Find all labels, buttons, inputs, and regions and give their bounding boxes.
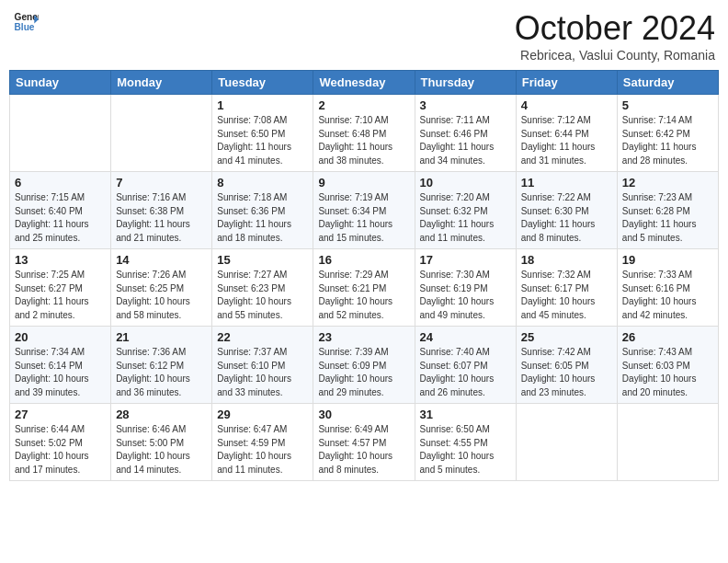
day-number: 28 <box>116 408 207 421</box>
calendar-cell: 22Sunrise: 7:37 AMSunset: 6:10 PMDayligh… <box>212 327 313 404</box>
cell-details: Sunrise: 7:25 AMSunset: 6:27 PMDaylight:… <box>15 269 106 322</box>
day-header-wednesday: Wednesday <box>313 71 415 95</box>
calendar-cell: 27Sunrise: 6:44 AMSunset: 5:02 PMDayligh… <box>10 404 111 481</box>
calendar-cell: 15Sunrise: 7:27 AMSunset: 6:23 PMDayligh… <box>212 249 313 327</box>
calendar-cell: 3Sunrise: 7:11 AMSunset: 6:46 PMDaylight… <box>415 95 516 172</box>
calendar-cell: 31Sunrise: 6:50 AMSunset: 4:55 PMDayligh… <box>415 404 516 481</box>
cell-details: Sunrise: 6:44 AMSunset: 5:02 PMDaylight:… <box>15 423 106 477</box>
calendar-cell: 23Sunrise: 7:39 AMSunset: 6:09 PMDayligh… <box>313 327 415 404</box>
cell-details: Sunrise: 7:19 AMSunset: 6:34 PMDaylight:… <box>318 191 409 245</box>
day-number: 17 <box>420 253 511 267</box>
day-number: 4 <box>521 98 612 112</box>
cell-details: Sunrise: 7:18 AMSunset: 6:36 PMDaylight:… <box>217 191 308 245</box>
calendar-cell: 16Sunrise: 7:29 AMSunset: 6:21 PMDayligh… <box>313 249 415 327</box>
calendar-cell <box>617 404 718 481</box>
day-number: 22 <box>217 330 308 344</box>
calendar-cell <box>10 95 111 172</box>
day-number: 16 <box>318 253 409 267</box>
calendar-cell: 25Sunrise: 7:42 AMSunset: 6:05 PMDayligh… <box>516 327 617 404</box>
calendar-cell: 11Sunrise: 7:22 AMSunset: 6:30 PMDayligh… <box>516 172 617 249</box>
calendar-cell: 7Sunrise: 7:16 AMSunset: 6:38 PMDaylight… <box>111 172 212 249</box>
cell-details: Sunrise: 7:08 AMSunset: 6:50 PMDaylight:… <box>217 114 308 167</box>
cell-details: Sunrise: 7:20 AMSunset: 6:32 PMDaylight:… <box>420 191 511 245</box>
calendar-cell: 2Sunrise: 7:10 AMSunset: 6:48 PMDaylight… <box>313 95 415 172</box>
calendar-table: SundayMondayTuesdayWednesdayThursdayFrid… <box>9 70 719 481</box>
day-number: 1 <box>217 98 308 112</box>
cell-details: Sunrise: 7:33 AMSunset: 6:16 PMDaylight:… <box>622 269 713 322</box>
day-header-friday: Friday <box>516 71 617 95</box>
day-number: 21 <box>116 330 207 344</box>
calendar-week-row: 6Sunrise: 7:15 AMSunset: 6:40 PMDaylight… <box>10 172 719 249</box>
calendar-cell <box>516 404 617 481</box>
location-subtitle: Rebricea, Vaslui County, Romania <box>515 48 715 63</box>
day-number: 14 <box>116 253 207 267</box>
day-number: 10 <box>420 176 511 190</box>
cell-details: Sunrise: 7:10 AMSunset: 6:48 PMDaylight:… <box>318 114 409 167</box>
cell-details: Sunrise: 6:47 AMSunset: 4:59 PMDaylight:… <box>217 423 308 477</box>
day-number: 27 <box>15 408 106 421</box>
calendar-week-row: 20Sunrise: 7:34 AMSunset: 6:14 PMDayligh… <box>10 327 719 404</box>
day-number: 23 <box>318 330 409 344</box>
day-number: 6 <box>15 176 106 190</box>
day-number: 8 <box>217 176 308 190</box>
cell-details: Sunrise: 7:11 AMSunset: 6:46 PMDaylight:… <box>420 114 511 167</box>
calendar-cell: 12Sunrise: 7:23 AMSunset: 6:28 PMDayligh… <box>617 172 718 249</box>
calendar-week-row: 27Sunrise: 6:44 AMSunset: 5:02 PMDayligh… <box>10 404 719 481</box>
day-number: 12 <box>622 176 713 190</box>
calendar-week-row: 13Sunrise: 7:25 AMSunset: 6:27 PMDayligh… <box>10 249 719 327</box>
day-number: 13 <box>15 253 106 267</box>
logo-icon: General Blue <box>13 9 39 35</box>
calendar-cell: 1Sunrise: 7:08 AMSunset: 6:50 PMDaylight… <box>212 95 313 172</box>
day-number: 31 <box>420 408 511 421</box>
day-number: 5 <box>622 98 713 112</box>
cell-details: Sunrise: 7:22 AMSunset: 6:30 PMDaylight:… <box>521 191 612 245</box>
page-header: General Blue October 2024 Rebricea, Vasl… <box>9 9 719 63</box>
cell-details: Sunrise: 6:49 AMSunset: 4:57 PMDaylight:… <box>318 423 409 477</box>
calendar-cell: 24Sunrise: 7:40 AMSunset: 6:07 PMDayligh… <box>415 327 516 404</box>
day-number: 3 <box>420 98 511 112</box>
cell-details: Sunrise: 7:12 AMSunset: 6:44 PMDaylight:… <box>521 114 612 167</box>
cell-details: Sunrise: 7:36 AMSunset: 6:12 PMDaylight:… <box>116 346 207 399</box>
logo: General Blue <box>13 9 39 35</box>
calendar-cell: 14Sunrise: 7:26 AMSunset: 6:25 PMDayligh… <box>111 249 212 327</box>
cell-details: Sunrise: 7:27 AMSunset: 6:23 PMDaylight:… <box>217 269 308 322</box>
calendar-cell: 4Sunrise: 7:12 AMSunset: 6:44 PMDaylight… <box>516 95 617 172</box>
calendar-cell: 6Sunrise: 7:15 AMSunset: 6:40 PMDaylight… <box>10 172 111 249</box>
title-block: October 2024 Rebricea, Vaslui County, Ro… <box>515 9 715 63</box>
cell-details: Sunrise: 7:16 AMSunset: 6:38 PMDaylight:… <box>116 191 207 245</box>
calendar-cell: 18Sunrise: 7:32 AMSunset: 6:17 PMDayligh… <box>516 249 617 327</box>
cell-details: Sunrise: 7:29 AMSunset: 6:21 PMDaylight:… <box>318 269 409 322</box>
day-number: 30 <box>318 408 409 421</box>
cell-details: Sunrise: 7:14 AMSunset: 6:42 PMDaylight:… <box>622 114 713 167</box>
cell-details: Sunrise: 7:26 AMSunset: 6:25 PMDaylight:… <box>116 269 207 322</box>
calendar-cell: 20Sunrise: 7:34 AMSunset: 6:14 PMDayligh… <box>10 327 111 404</box>
calendar-cell: 19Sunrise: 7:33 AMSunset: 6:16 PMDayligh… <box>617 249 718 327</box>
cell-details: Sunrise: 7:39 AMSunset: 6:09 PMDaylight:… <box>318 346 409 399</box>
calendar-cell: 30Sunrise: 6:49 AMSunset: 4:57 PMDayligh… <box>313 404 415 481</box>
cell-details: Sunrise: 7:42 AMSunset: 6:05 PMDaylight:… <box>521 346 612 399</box>
cell-details: Sunrise: 6:46 AMSunset: 5:00 PMDaylight:… <box>116 423 207 477</box>
calendar-header-row: SundayMondayTuesdayWednesdayThursdayFrid… <box>10 71 719 95</box>
day-number: 2 <box>318 98 409 112</box>
calendar-cell: 17Sunrise: 7:30 AMSunset: 6:19 PMDayligh… <box>415 249 516 327</box>
cell-details: Sunrise: 7:15 AMSunset: 6:40 PMDaylight:… <box>15 191 106 245</box>
cell-details: Sunrise: 7:43 AMSunset: 6:03 PMDaylight:… <box>622 346 713 399</box>
cell-details: Sunrise: 7:32 AMSunset: 6:17 PMDaylight:… <box>521 269 612 322</box>
day-number: 29 <box>217 408 308 421</box>
calendar-cell: 29Sunrise: 6:47 AMSunset: 4:59 PMDayligh… <box>212 404 313 481</box>
day-header-tuesday: Tuesday <box>212 71 313 95</box>
calendar-cell: 5Sunrise: 7:14 AMSunset: 6:42 PMDaylight… <box>617 95 718 172</box>
day-header-sunday: Sunday <box>10 71 111 95</box>
day-number: 9 <box>318 176 409 190</box>
cell-details: Sunrise: 7:34 AMSunset: 6:14 PMDaylight:… <box>15 346 106 399</box>
cell-details: Sunrise: 7:30 AMSunset: 6:19 PMDaylight:… <box>420 269 511 322</box>
day-number: 11 <box>521 176 612 190</box>
calendar-cell: 28Sunrise: 6:46 AMSunset: 5:00 PMDayligh… <box>111 404 212 481</box>
calendar-cell: 26Sunrise: 7:43 AMSunset: 6:03 PMDayligh… <box>617 327 718 404</box>
calendar-cell: 10Sunrise: 7:20 AMSunset: 6:32 PMDayligh… <box>415 172 516 249</box>
day-number: 18 <box>521 253 612 267</box>
month-title: October 2024 <box>515 9 715 48</box>
day-number: 24 <box>420 330 511 344</box>
day-header-thursday: Thursday <box>415 71 516 95</box>
cell-details: Sunrise: 6:50 AMSunset: 4:55 PMDaylight:… <box>420 423 511 477</box>
